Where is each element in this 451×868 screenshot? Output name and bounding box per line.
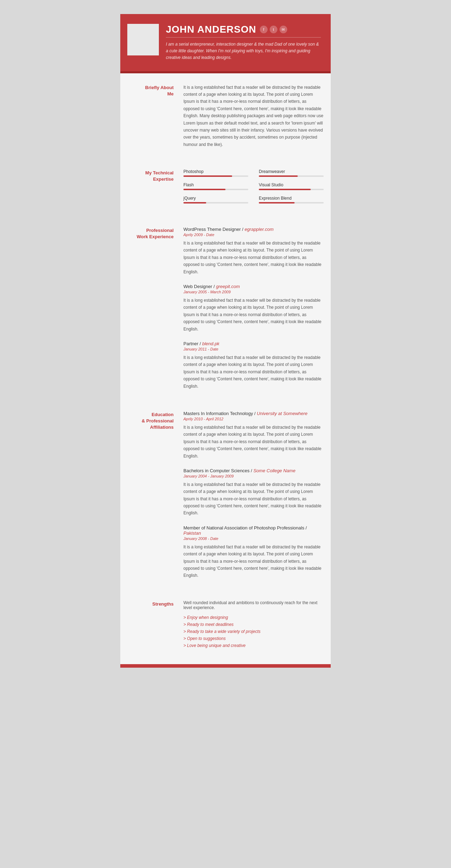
- footer-bar: [120, 664, 331, 668]
- exp-description: It is a long established fact that a rea…: [183, 240, 324, 275]
- exp-entry: Partner / blend.pk January 2011 - Date I…: [183, 341, 324, 390]
- exp-description: It is a long established fact that a rea…: [183, 297, 324, 333]
- skill-item: Dreamweaver: [259, 169, 324, 177]
- exp-title: Member of National Association of Photos…: [183, 525, 324, 536]
- exp-entry: WordPress Theme Designer / egrappler.com…: [183, 227, 324, 275]
- exp-title: Web Designer / greepit.com: [183, 284, 324, 289]
- skills-grid: Photoshop Dreamweaver Flash Visual Studi…: [183, 169, 324, 206]
- exp-company: University at Somewhere: [257, 411, 308, 416]
- skill-item: Flash: [183, 182, 248, 190]
- about-text: It is a long established fact that a rea…: [183, 84, 324, 148]
- exp-entry: Member of National Association of Photos…: [183, 525, 324, 579]
- exp-title: Masters In Information Technology / Univ…: [183, 411, 324, 416]
- skill-bar-fill: [259, 189, 311, 190]
- name-row: JOHN ANDERSON f t ✉: [166, 24, 321, 35]
- exp-entry: Bachelors in Computer Sciences / Some Co…: [183, 468, 324, 517]
- about-content: It is a long established fact that a rea…: [183, 84, 324, 148]
- experience-label: ProfessionalWork Experience: [127, 227, 183, 390]
- skills-section: My TechnicalExpertise Photoshop Dreamwea…: [120, 159, 331, 216]
- candidate-name: JOHN ANDERSON: [166, 24, 256, 35]
- resume-container: JOHN ANDERSON f t ✉ I am a serial enterp…: [120, 14, 331, 668]
- skill-item: Photoshop: [183, 169, 248, 177]
- email-icon[interactable]: ✉: [280, 26, 287, 33]
- skill-bar-fill: [259, 202, 295, 203]
- skill-bar-fill: [259, 175, 298, 177]
- exp-company: Pakistan: [183, 530, 201, 536]
- strength-item: > Enjoy when designing: [183, 615, 324, 620]
- experience-content: WordPress Theme Designer / egrappler.com…: [183, 227, 324, 390]
- facebook-icon[interactable]: f: [260, 26, 268, 33]
- strengths-section: Strengths Well rounded individual and am…: [120, 590, 331, 661]
- exp-description: It is a long established fact that a rea…: [183, 354, 324, 390]
- skill-item: Visual Studio: [259, 182, 324, 190]
- skill-name: Expression Blend: [259, 196, 324, 201]
- skill-item: jQuery: [183, 196, 248, 203]
- skill-name: Flash: [183, 182, 248, 187]
- exp-title: WordPress Theme Designer / egrappler.com: [183, 227, 324, 232]
- header-info: JOHN ANDERSON f t ✉ I am a serial enterp…: [166, 24, 321, 61]
- exp-description: It is a long established fact that a rea…: [183, 424, 324, 460]
- exp-entry: Web Designer / greepit.com January 2005 …: [183, 284, 324, 333]
- skill-bar-fill: [183, 189, 226, 190]
- exp-date: January 2008 - Date: [183, 536, 324, 541]
- about-section: Briefly AboutMe It is a long established…: [120, 73, 331, 159]
- strength-item: > Ready to meet deadlines: [183, 622, 324, 627]
- exp-date: Aprily 2010 - April 2012: [183, 417, 324, 421]
- exp-title: Bachelors in Computer Sciences / Some Co…: [183, 468, 324, 473]
- skill-bar-fill: [183, 202, 206, 203]
- skill-bar-fill: [183, 175, 232, 177]
- experience-section: ProfessionalWork Experience WordPress Th…: [120, 216, 331, 400]
- exp-entry: Masters In Information Technology / Univ…: [183, 411, 324, 460]
- skill-name: Dreamweaver: [259, 169, 324, 174]
- strengths-list: > Enjoy when designing> Ready to meet de…: [183, 615, 324, 648]
- exp-company: egrappler.com: [244, 227, 274, 232]
- exp-company: Some College Name: [253, 468, 295, 473]
- header-section: JOHN ANDERSON f t ✉ I am a serial enterp…: [120, 14, 331, 71]
- exp-description: It is a long established fact that a rea…: [183, 543, 324, 579]
- main-content: Briefly AboutMe It is a long established…: [120, 73, 331, 661]
- strength-item: > Open to suggestions: [183, 636, 324, 641]
- skill-bar-bg: [259, 175, 324, 177]
- header-bio: I am a serial enterpreneur, interaction …: [166, 41, 321, 61]
- exp-date: January 2004 - January 2009: [183, 474, 324, 478]
- exp-description: It is a long established fact that a rea…: [183, 481, 324, 517]
- education-section: Education& ProfessionalAffiliations Mast…: [120, 400, 331, 590]
- exp-company: blend.pk: [202, 341, 219, 346]
- strengths-intro: Well rounded individual and ambitions to…: [183, 600, 324, 610]
- exp-date: Aprily 2009 - Date: [183, 233, 324, 237]
- strengths-label: Strengths: [127, 600, 183, 650]
- exp-date: January 2011 - Date: [183, 347, 324, 351]
- skills-label: My TechnicalExpertise: [127, 169, 183, 206]
- skill-item: Expression Blend: [259, 196, 324, 203]
- skill-bar-bg: [259, 189, 324, 190]
- strengths-content: Well rounded individual and ambitions to…: [183, 600, 324, 650]
- exp-company: greepit.com: [216, 284, 240, 289]
- twitter-icon[interactable]: t: [270, 26, 277, 33]
- education-label: Education& ProfessionalAffiliations: [127, 411, 183, 579]
- strength-item: > Love being unique and creative: [183, 643, 324, 648]
- profile-photo: [127, 24, 159, 55]
- skill-bar-bg: [183, 175, 248, 177]
- skill-name: Photoshop: [183, 169, 248, 174]
- social-icons-group: f t ✉: [260, 26, 287, 33]
- exp-title: Partner / blend.pk: [183, 341, 324, 346]
- skill-name: jQuery: [183, 196, 248, 201]
- skill-bar-bg: [183, 202, 248, 203]
- header-divider: [166, 37, 321, 38]
- skill-name: Visual Studio: [259, 182, 324, 187]
- exp-date: January 2005 - March 2009: [183, 290, 324, 294]
- skills-content: Photoshop Dreamweaver Flash Visual Studi…: [183, 169, 324, 206]
- strength-item: > Ready to take a wide variety of projec…: [183, 629, 324, 634]
- skill-bar-bg: [259, 202, 324, 203]
- skill-bar-bg: [183, 189, 248, 190]
- education-content: Masters In Information Technology / Univ…: [183, 411, 324, 579]
- about-label: Briefly AboutMe: [127, 84, 183, 148]
